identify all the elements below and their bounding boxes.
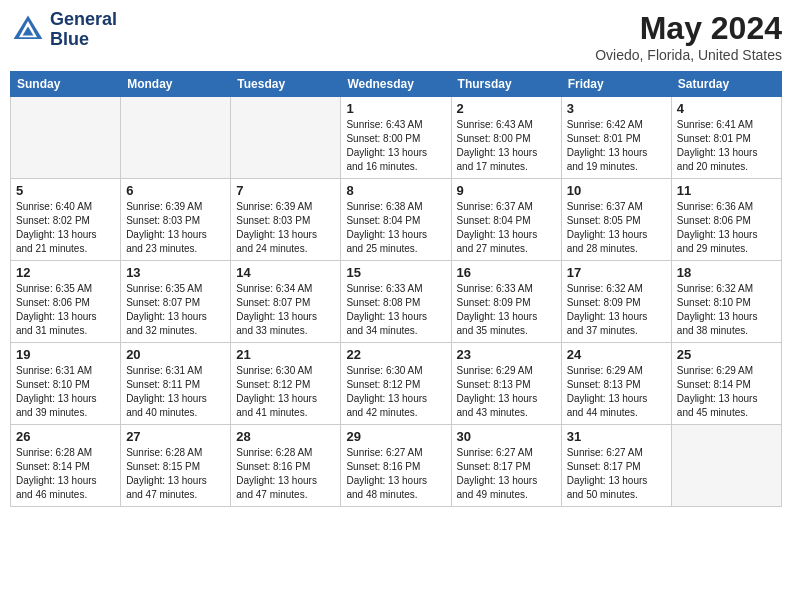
title-block: May 2024 Oviedo, Florida, United States <box>595 10 782 63</box>
calendar-cell: 1Sunrise: 6:43 AM Sunset: 8:00 PM Daylig… <box>341 97 451 179</box>
day-header-thursday: Thursday <box>451 72 561 97</box>
calendar-cell: 10Sunrise: 6:37 AM Sunset: 8:05 PM Dayli… <box>561 179 671 261</box>
calendar-cell: 6Sunrise: 6:39 AM Sunset: 8:03 PM Daylig… <box>121 179 231 261</box>
day-number: 12 <box>16 265 115 280</box>
day-number: 20 <box>126 347 225 362</box>
day-number: 10 <box>567 183 666 198</box>
cell-content: Sunrise: 6:43 AM Sunset: 8:00 PM Dayligh… <box>457 118 556 174</box>
day-header-friday: Friday <box>561 72 671 97</box>
calendar-cell: 20Sunrise: 6:31 AM Sunset: 8:11 PM Dayli… <box>121 343 231 425</box>
calendar-cell: 27Sunrise: 6:28 AM Sunset: 8:15 PM Dayli… <box>121 425 231 507</box>
cell-content: Sunrise: 6:32 AM Sunset: 8:09 PM Dayligh… <box>567 282 666 338</box>
day-number: 6 <box>126 183 225 198</box>
calendar-cell: 9Sunrise: 6:37 AM Sunset: 8:04 PM Daylig… <box>451 179 561 261</box>
cell-content: Sunrise: 6:30 AM Sunset: 8:12 PM Dayligh… <box>236 364 335 420</box>
cell-content: Sunrise: 6:39 AM Sunset: 8:03 PM Dayligh… <box>126 200 225 256</box>
day-number: 5 <box>16 183 115 198</box>
calendar-cell: 3Sunrise: 6:42 AM Sunset: 8:01 PM Daylig… <box>561 97 671 179</box>
calendar-cell: 8Sunrise: 6:38 AM Sunset: 8:04 PM Daylig… <box>341 179 451 261</box>
day-header-sunday: Sunday <box>11 72 121 97</box>
calendar-cell: 2Sunrise: 6:43 AM Sunset: 8:00 PM Daylig… <box>451 97 561 179</box>
cell-content: Sunrise: 6:41 AM Sunset: 8:01 PM Dayligh… <box>677 118 776 174</box>
day-number: 19 <box>16 347 115 362</box>
cell-content: Sunrise: 6:43 AM Sunset: 8:00 PM Dayligh… <box>346 118 445 174</box>
page-header: General Blue May 2024 Oviedo, Florida, U… <box>10 10 782 63</box>
day-number: 14 <box>236 265 335 280</box>
cell-content: Sunrise: 6:31 AM Sunset: 8:11 PM Dayligh… <box>126 364 225 420</box>
calendar-cell: 11Sunrise: 6:36 AM Sunset: 8:06 PM Dayli… <box>671 179 781 261</box>
cell-content: Sunrise: 6:37 AM Sunset: 8:04 PM Dayligh… <box>457 200 556 256</box>
day-number: 24 <box>567 347 666 362</box>
day-header-monday: Monday <box>121 72 231 97</box>
cell-content: Sunrise: 6:37 AM Sunset: 8:05 PM Dayligh… <box>567 200 666 256</box>
cell-content: Sunrise: 6:28 AM Sunset: 8:16 PM Dayligh… <box>236 446 335 502</box>
cell-content: Sunrise: 6:35 AM Sunset: 8:07 PM Dayligh… <box>126 282 225 338</box>
cell-content: Sunrise: 6:28 AM Sunset: 8:14 PM Dayligh… <box>16 446 115 502</box>
calendar-table: SundayMondayTuesdayWednesdayThursdayFrid… <box>10 71 782 507</box>
day-number: 2 <box>457 101 556 116</box>
cell-content: Sunrise: 6:29 AM Sunset: 8:13 PM Dayligh… <box>567 364 666 420</box>
day-number: 4 <box>677 101 776 116</box>
calendar-cell: 17Sunrise: 6:32 AM Sunset: 8:09 PM Dayli… <box>561 261 671 343</box>
cell-content: Sunrise: 6:29 AM Sunset: 8:13 PM Dayligh… <box>457 364 556 420</box>
header-row: SundayMondayTuesdayWednesdayThursdayFrid… <box>11 72 782 97</box>
day-number: 17 <box>567 265 666 280</box>
calendar-cell: 21Sunrise: 6:30 AM Sunset: 8:12 PM Dayli… <box>231 343 341 425</box>
calendar-cell: 29Sunrise: 6:27 AM Sunset: 8:16 PM Dayli… <box>341 425 451 507</box>
calendar-cell: 22Sunrise: 6:30 AM Sunset: 8:12 PM Dayli… <box>341 343 451 425</box>
cell-content: Sunrise: 6:27 AM Sunset: 8:16 PM Dayligh… <box>346 446 445 502</box>
cell-content: Sunrise: 6:27 AM Sunset: 8:17 PM Dayligh… <box>457 446 556 502</box>
day-number: 16 <box>457 265 556 280</box>
week-row-0: 1Sunrise: 6:43 AM Sunset: 8:00 PM Daylig… <box>11 97 782 179</box>
calendar-cell: 7Sunrise: 6:39 AM Sunset: 8:03 PM Daylig… <box>231 179 341 261</box>
calendar-cell: 31Sunrise: 6:27 AM Sunset: 8:17 PM Dayli… <box>561 425 671 507</box>
logo-line1: General <box>50 10 117 30</box>
day-number: 23 <box>457 347 556 362</box>
day-number: 7 <box>236 183 335 198</box>
calendar-cell: 5Sunrise: 6:40 AM Sunset: 8:02 PM Daylig… <box>11 179 121 261</box>
day-header-wednesday: Wednesday <box>341 72 451 97</box>
calendar-cell: 24Sunrise: 6:29 AM Sunset: 8:13 PM Dayli… <box>561 343 671 425</box>
cell-content: Sunrise: 6:31 AM Sunset: 8:10 PM Dayligh… <box>16 364 115 420</box>
day-number: 27 <box>126 429 225 444</box>
day-header-saturday: Saturday <box>671 72 781 97</box>
calendar-cell <box>231 97 341 179</box>
day-number: 9 <box>457 183 556 198</box>
week-row-3: 19Sunrise: 6:31 AM Sunset: 8:10 PM Dayli… <box>11 343 782 425</box>
cell-content: Sunrise: 6:38 AM Sunset: 8:04 PM Dayligh… <box>346 200 445 256</box>
calendar-cell <box>11 97 121 179</box>
cell-content: Sunrise: 6:36 AM Sunset: 8:06 PM Dayligh… <box>677 200 776 256</box>
day-number: 8 <box>346 183 445 198</box>
cell-content: Sunrise: 6:27 AM Sunset: 8:17 PM Dayligh… <box>567 446 666 502</box>
calendar-cell: 30Sunrise: 6:27 AM Sunset: 8:17 PM Dayli… <box>451 425 561 507</box>
cell-content: Sunrise: 6:29 AM Sunset: 8:14 PM Dayligh… <box>677 364 776 420</box>
cell-content: Sunrise: 6:35 AM Sunset: 8:06 PM Dayligh… <box>16 282 115 338</box>
day-number: 18 <box>677 265 776 280</box>
calendar-cell: 25Sunrise: 6:29 AM Sunset: 8:14 PM Dayli… <box>671 343 781 425</box>
day-number: 29 <box>346 429 445 444</box>
day-number: 21 <box>236 347 335 362</box>
cell-content: Sunrise: 6:33 AM Sunset: 8:08 PM Dayligh… <box>346 282 445 338</box>
calendar-cell <box>671 425 781 507</box>
calendar-cell: 12Sunrise: 6:35 AM Sunset: 8:06 PM Dayli… <box>11 261 121 343</box>
logo-text: General Blue <box>50 10 117 50</box>
calendar-cell: 26Sunrise: 6:28 AM Sunset: 8:14 PM Dayli… <box>11 425 121 507</box>
calendar-cell: 19Sunrise: 6:31 AM Sunset: 8:10 PM Dayli… <box>11 343 121 425</box>
calendar-cell <box>121 97 231 179</box>
day-number: 31 <box>567 429 666 444</box>
day-number: 25 <box>677 347 776 362</box>
cell-content: Sunrise: 6:39 AM Sunset: 8:03 PM Dayligh… <box>236 200 335 256</box>
calendar-cell: 15Sunrise: 6:33 AM Sunset: 8:08 PM Dayli… <box>341 261 451 343</box>
day-number: 13 <box>126 265 225 280</box>
calendar-cell: 23Sunrise: 6:29 AM Sunset: 8:13 PM Dayli… <box>451 343 561 425</box>
calendar-cell: 13Sunrise: 6:35 AM Sunset: 8:07 PM Dayli… <box>121 261 231 343</box>
cell-content: Sunrise: 6:40 AM Sunset: 8:02 PM Dayligh… <box>16 200 115 256</box>
day-number: 1 <box>346 101 445 116</box>
calendar-cell: 14Sunrise: 6:34 AM Sunset: 8:07 PM Dayli… <box>231 261 341 343</box>
day-number: 30 <box>457 429 556 444</box>
day-number: 28 <box>236 429 335 444</box>
calendar-cell: 18Sunrise: 6:32 AM Sunset: 8:10 PM Dayli… <box>671 261 781 343</box>
calendar-cell: 28Sunrise: 6:28 AM Sunset: 8:16 PM Dayli… <box>231 425 341 507</box>
logo: General Blue <box>10 10 117 50</box>
logo-icon <box>10 12 46 48</box>
